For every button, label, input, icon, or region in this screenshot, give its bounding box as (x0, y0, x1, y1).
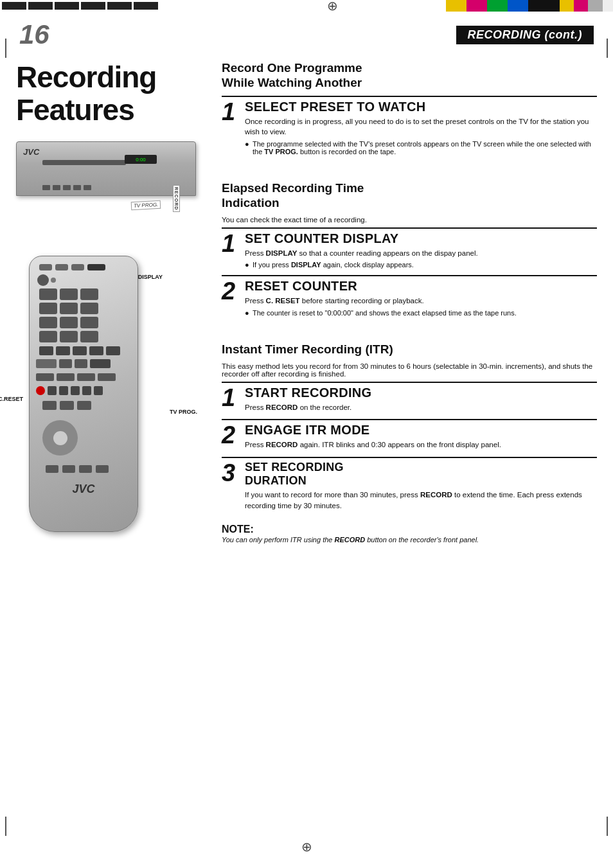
color-green (487, 0, 508, 12)
remote-num-8 (60, 317, 78, 328)
remote-bot-3 (79, 465, 92, 473)
remote-stop-btn (48, 386, 57, 395)
remote-record-btn (36, 386, 45, 395)
right-registration-mark-bottom (607, 817, 608, 836)
remote-num-9 (80, 317, 98, 328)
section-heading-1: Record One ProgrammeWhile Watching Anoth… (222, 61, 597, 91)
bottom-crosshair: ⊕ (301, 838, 312, 855)
remote-playback-row (36, 386, 103, 395)
remote-display-area (37, 274, 56, 286)
remote-num-11 (60, 331, 78, 342)
top-left-blocks (0, 0, 218, 12)
crosshair-icon: ⊕ (327, 0, 338, 13)
color-block-5 (107, 2, 132, 10)
step-number-2: 1 (222, 229, 242, 273)
remote-transport-row1 (36, 373, 116, 381)
step-bullet-3-1: ● The counter is reset to "0:00:00" and … (245, 309, 597, 317)
step-2-set-counter: 1 SET COUNTER DISPLAY Press DISPLAY so t… (222, 227, 597, 273)
record-label: RECORD (173, 185, 180, 212)
remote-num-12 (80, 331, 98, 342)
step-number-5: 2 (222, 420, 242, 454)
remote-control: DISPLAY ← C.RESET — TV PROG. ← (29, 256, 157, 551)
color-yellow (446, 0, 466, 12)
vcr-btn-1 (42, 185, 50, 190)
main-layout: RecordingFeatures JVC 0:00 TV PROG. RECO… (0, 61, 613, 558)
remote-more-3 (77, 401, 91, 410)
creset-label: C.RESET (0, 396, 23, 402)
remote-transport-3 (77, 373, 95, 381)
bullet-icon-1: ● (245, 140, 250, 155)
display-label: DISPLAY (138, 274, 163, 280)
vcr-unit: JVC 0:00 (16, 141, 196, 196)
remote-mid-5 (106, 346, 120, 355)
remote-btn-top-2 (55, 264, 68, 270)
step-bullet-2-1: ● If you press DISPLAY again, clock disp… (245, 261, 597, 269)
vcr-btn-4 (73, 185, 81, 190)
step-content-1: SELECT PRESET TO WATCH Once recording is… (242, 97, 597, 159)
step-content-2: SET COUNTER DISPLAY Press DISPLAY so tha… (242, 229, 597, 273)
step-4-start-recording: 1 START RECORDING Press RECORD on the re… (222, 382, 597, 417)
step-body-1: Once recording is in progress, all you n… (245, 116, 597, 137)
chapter-title: RECORDING (cont.) (456, 26, 594, 44)
color-white (603, 0, 613, 12)
step-body-3: Press C. RESET before starting recording… (245, 296, 597, 306)
remote-round-btn (37, 274, 49, 286)
color-yellow2 (560, 0, 574, 12)
remote-dpad (42, 420, 78, 456)
remote-creset-btn (36, 359, 57, 368)
bottom-crosshair-icon: ⊕ (301, 839, 312, 855)
color-pink2 (574, 0, 588, 12)
bullet-icon-2: ● (245, 261, 250, 269)
step-title-5: ENGAGE ITR MODE (245, 423, 597, 438)
color-block-3 (55, 2, 79, 10)
color-block-4 (81, 2, 105, 10)
vcr-btn-3 (63, 185, 71, 190)
vcr-btn-5 (84, 185, 91, 190)
color-block-6 (134, 2, 158, 10)
top-right-colors (446, 0, 613, 12)
left-column: RecordingFeatures JVC 0:00 TV PROG. RECO… (16, 61, 209, 558)
remote-mid-2 (56, 346, 70, 355)
remote-mid-3 (73, 346, 87, 355)
remote-bot-4 (96, 465, 109, 473)
remote-num-4 (39, 303, 57, 314)
step-number-1: 1 (222, 97, 242, 159)
remote-num-3 (80, 288, 98, 300)
step-1-select-preset: 1 SELECT PRESET TO WATCH Once recording … (222, 96, 597, 159)
remote-transport-1 (36, 373, 54, 381)
page-number: 16 (19, 19, 49, 50)
remote-bottom-row1 (46, 465, 109, 473)
remote-transport-4 (98, 373, 116, 381)
remote-jvc-logo: JVC (72, 483, 94, 496)
tvprog-label: TV PROG. (170, 409, 197, 415)
remote-numpad (39, 288, 98, 342)
page-header: 16 RECORDING (cont.) (0, 14, 613, 55)
note-body: You can only perform ITR using the RECOR… (222, 535, 597, 545)
remote-rew-btn (82, 386, 91, 395)
vcr-btn-2 (53, 185, 60, 190)
step-body-5: Press RECORD again. ITR blinks and 0:30 … (245, 439, 597, 450)
step-title-6: SET RECORDINGDURATION (245, 461, 597, 488)
step-content-3: RESET COUNTER Press C. RESET before star… (242, 276, 597, 321)
remote-dpad-center (53, 431, 67, 445)
remote-mid-4 (89, 346, 103, 355)
top-color-bar: ⊕ (0, 0, 613, 12)
note-section: NOTE: You can only perform ITR using the… (222, 524, 597, 545)
remote-creset-row (36, 359, 111, 368)
step-number-3: 2 (222, 276, 242, 321)
remote-transport-2 (57, 373, 75, 381)
remote-top-buttons (39, 264, 105, 270)
remote-play-btn (71, 386, 80, 395)
color-pink (466, 0, 487, 12)
vcr-buttons (42, 185, 91, 190)
vcr-display: 0:00 (125, 155, 157, 164)
color-blue (508, 0, 528, 12)
remote-btn-top-3 (71, 264, 84, 270)
remote-num-7 (39, 317, 57, 328)
remote-num-5 (60, 303, 78, 314)
section-itr: Instant Timer Recording (ITR) This easy … (222, 342, 597, 545)
step-number-4: 1 (222, 383, 242, 417)
remote-bot-2 (62, 465, 75, 473)
bullet-text-1: The programme selected with the TV's pre… (253, 140, 597, 155)
remote-tvprog-btn (59, 359, 72, 368)
